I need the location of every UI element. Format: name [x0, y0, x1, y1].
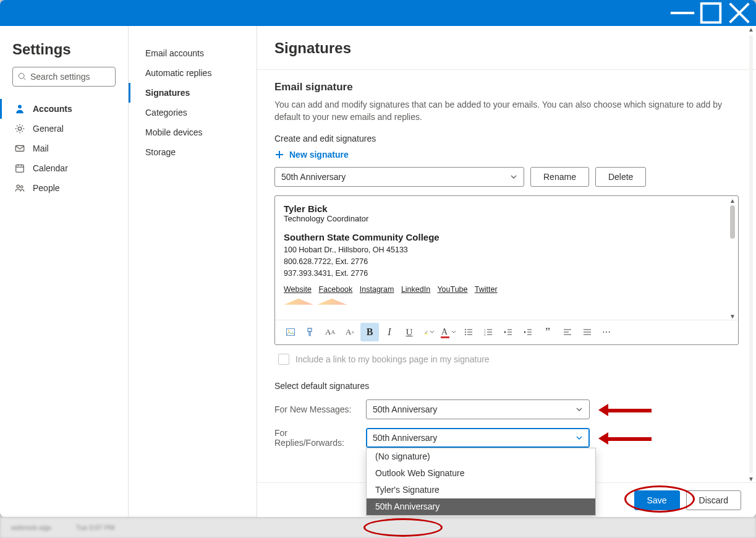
- panel-scrollbar[interactable]: ▲▼: [747, 26, 755, 482]
- svg-point-4: [19, 73, 24, 79]
- svg-point-18: [288, 330, 289, 331]
- chevron-down-icon: [575, 406, 583, 413]
- settings-title: Settings: [0, 41, 128, 67]
- annotation-arrow: [598, 432, 652, 443]
- subnav-categories[interactable]: Categories: [129, 103, 257, 122]
- subnav-email-accounts[interactable]: Email accounts: [129, 43, 257, 63]
- rename-button[interactable]: Rename: [530, 167, 589, 187]
- settings-sub-nav: Email accounts Automatic replies Signatu…: [129, 26, 257, 517]
- sig-link[interactable]: Website: [284, 285, 312, 294]
- new-signature-button[interactable]: New signature: [274, 150, 349, 167]
- align-justify-icon[interactable]: [578, 323, 597, 341]
- bold-icon[interactable]: B: [360, 323, 379, 341]
- underline-icon[interactable]: U: [400, 323, 418, 341]
- svg-point-14: [20, 186, 23, 188]
- indent-icon[interactable]: [519, 323, 537, 341]
- nav-people[interactable]: People: [0, 178, 128, 198]
- font-size-icon[interactable]: AA: [321, 323, 339, 341]
- nav-label: Accounts: [33, 104, 72, 114]
- settings-main-panel: Signatures Email signature You can add a…: [257, 26, 756, 517]
- desktop-background: webmob-sigs Tue 5:07 PM: [0, 517, 756, 538]
- font-color-icon[interactable]: A: [440, 323, 458, 341]
- svg-point-20: [465, 329, 466, 330]
- format-toolbar: AA A× B I U A 123 ” ⋯: [275, 320, 738, 344]
- sig-link[interactable]: Facebook: [318, 285, 352, 294]
- search-placeholder: Search settings: [30, 72, 90, 82]
- image-icon[interactable]: [281, 323, 300, 341]
- sig-link[interactable]: Instagram: [360, 285, 394, 294]
- nav-label: General: [33, 124, 64, 134]
- svg-point-7: [18, 127, 21, 130]
- nav-general[interactable]: General: [0, 119, 128, 139]
- sig-images: [284, 299, 729, 305]
- svg-point-22: [465, 334, 466, 335]
- svg-line-5: [23, 78, 25, 80]
- format-painter-icon[interactable]: [301, 323, 320, 341]
- align-left-icon[interactable]: [558, 323, 577, 341]
- numbering-icon[interactable]: 123: [479, 323, 498, 341]
- page-title: Signatures: [257, 26, 756, 69]
- search-icon: [18, 72, 27, 81]
- sig-phone: 800.628.7722, Ext. 2776: [284, 256, 729, 268]
- delete-button[interactable]: Delete: [595, 167, 646, 187]
- search-settings-input[interactable]: Search settings: [12, 67, 116, 87]
- subnav-signatures[interactable]: Signatures: [129, 83, 257, 103]
- checkbox[interactable]: [278, 354, 289, 365]
- replies-forwards-label: For Replies/Forwards:: [274, 428, 357, 448]
- dropdown-option[interactable]: Outlook Web Signature: [367, 465, 595, 482]
- chevron-down-icon: [510, 173, 517, 181]
- mail-icon: [14, 143, 25, 154]
- signature-body[interactable]: Tyler Bick Technology Coordinator Southe…: [275, 196, 738, 320]
- sig-title: Technology Coordinator: [284, 214, 729, 223]
- sig-link[interactable]: Twitter: [475, 285, 498, 294]
- plus-icon: [274, 150, 284, 160]
- nav-label: Mail: [33, 143, 49, 153]
- close-button[interactable]: [725, 3, 754, 23]
- save-button[interactable]: Save: [634, 490, 680, 510]
- sig-address: 100 Hobart Dr., Hillsboro, OH 45133: [284, 244, 729, 256]
- signature-select[interactable]: 50th Anniversary: [274, 167, 524, 187]
- subnav-mobile-devices[interactable]: Mobile devices: [129, 122, 257, 142]
- new-messages-select[interactable]: 50th Anniversary: [366, 399, 590, 419]
- replies-forwards-select[interactable]: 50th Anniversary: [366, 428, 590, 448]
- replies-dropdown-menu: (No signature) Outlook Web Signature Tyl…: [366, 448, 596, 516]
- svg-point-13: [17, 185, 20, 188]
- editor-scrollbar[interactable]: ▲▼: [728, 197, 737, 320]
- subnav-automatic-replies[interactable]: Automatic replies: [129, 63, 257, 83]
- svg-point-6: [18, 105, 22, 109]
- defaults-heading: Select default signatures: [274, 381, 739, 391]
- nav-mail[interactable]: Mail: [0, 139, 128, 158]
- sig-link[interactable]: YouTube: [437, 285, 467, 294]
- annotation-arrow: [598, 404, 652, 415]
- dropdown-option[interactable]: Tyler's Signature: [367, 482, 595, 498]
- gear-icon: [14, 123, 25, 134]
- sig-name: Tyler Bick: [284, 203, 729, 214]
- sig-link[interactable]: LinkedIn: [401, 285, 430, 294]
- minimize-button[interactable]: [668, 3, 697, 23]
- calendar-icon: [14, 163, 25, 174]
- section-description: You can add and modify signatures that c…: [274, 98, 739, 132]
- nav-calendar[interactable]: Calendar: [0, 158, 128, 178]
- nav-label: People: [33, 183, 60, 193]
- quote-icon[interactable]: ”: [538, 323, 557, 341]
- dropdown-option[interactable]: (No signature): [367, 448, 595, 465]
- sig-org: Southern State Community College: [284, 232, 729, 242]
- chevron-down-icon: [575, 434, 583, 442]
- create-edit-label: Create and edit signatures: [274, 132, 739, 150]
- discard-button[interactable]: Discard: [686, 490, 741, 510]
- clear-format-icon[interactable]: A×: [341, 323, 359, 341]
- subnav-storage[interactable]: Storage: [129, 142, 257, 162]
- bullets-icon[interactable]: [459, 323, 478, 341]
- dropdown-option-selected[interactable]: 50th Anniversary: [367, 498, 595, 515]
- signature-editor[interactable]: Tyler Bick Technology Coordinator Southe…: [274, 195, 739, 345]
- svg-rect-17: [287, 329, 295, 336]
- maximize-button[interactable]: [697, 3, 725, 23]
- nav-accounts[interactable]: Accounts: [0, 99, 128, 119]
- bookings-checkbox-row[interactable]: Include a link to my bookings page in my…: [274, 345, 739, 365]
- svg-rect-1: [702, 4, 721, 23]
- highlight-icon[interactable]: [420, 323, 438, 341]
- italic-icon[interactable]: I: [380, 323, 399, 341]
- more-icon[interactable]: ⋯: [598, 323, 616, 341]
- outdent-icon[interactable]: [499, 323, 517, 341]
- sig-phone: 937.393.3431, Ext. 2776: [284, 268, 729, 280]
